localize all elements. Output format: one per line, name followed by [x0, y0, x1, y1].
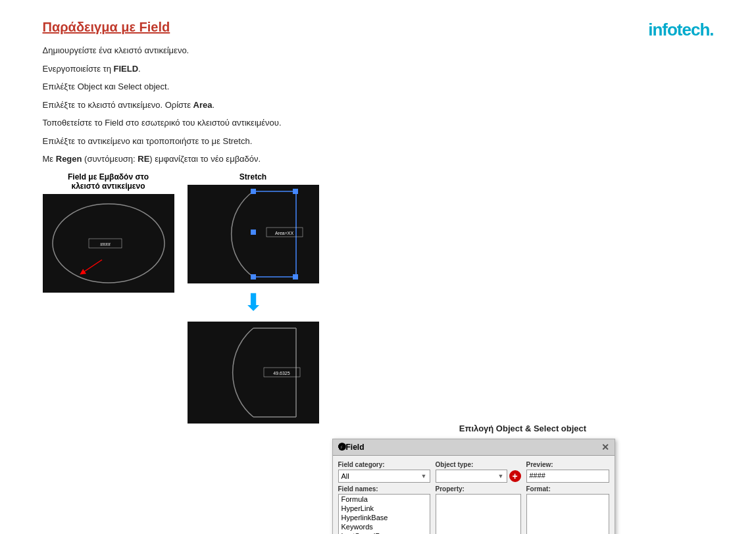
- dialog1-fieldnames-list[interactable]: Formula HyperLink HyperlinkBase Keywords…: [338, 494, 430, 535]
- svg-line-3: [82, 260, 102, 273]
- dialog1-fieldnames-label: Field names:: [338, 485, 430, 493]
- dialog1-preview-label: Preview:: [526, 461, 609, 468]
- dialog1-objecttype-label: Object type:: [436, 461, 521, 468]
- para-4: Επιλέξτε το κλειστό αντικείμενο. Ορίστε …: [43, 99, 345, 112]
- list-item[interactable]: Keywords: [339, 522, 430, 531]
- field-dialog-1: 🅐 Field ✕ Field category: All ▼: [332, 439, 615, 535]
- svg-rect-12: [251, 274, 256, 279]
- section1-title: Επιλογή Object & Select object: [332, 424, 714, 433]
- dialog1-format-label: Format:: [526, 485, 609, 493]
- para-2: Ενεργοποιείστε τη FIELD.: [43, 62, 345, 76]
- svg-rect-11: [251, 189, 256, 194]
- image1-container: Field με Εμβαδόν στοκλειστό αντικείμενο …: [43, 172, 174, 293]
- dialog1-property-list[interactable]: [436, 494, 521, 535]
- list-item[interactable]: Formula: [339, 495, 430, 504]
- cad-image-1: ####: [43, 194, 174, 293]
- svg-text:49.6325: 49.6325: [273, 371, 290, 376]
- para-5: Τοποθετείστε το Field στο εσωτερικό του …: [43, 116, 345, 130]
- dialog1-property-label: Property:: [436, 485, 521, 493]
- image1-label: Field με Εμβαδόν στοκλειστό αντικείμενο: [43, 172, 174, 191]
- list-item[interactable]: LastSavedBy: [339, 531, 430, 535]
- stretch-label: Stretch: [239, 172, 266, 182]
- svg-rect-13: [251, 230, 256, 235]
- select-object-button[interactable]: +: [509, 470, 521, 482]
- cad-image-after: 49.6325: [188, 322, 319, 424]
- dialog1-right: Preview: #### Format:: [526, 461, 609, 535]
- dialog1-title-icon: 🅐: [338, 443, 346, 452]
- dialog1-body: Field category: All ▼ Field names: Formu…: [333, 456, 615, 535]
- dialog1-objecttype-select[interactable]: ▼: [436, 470, 507, 483]
- svg-rect-9: [293, 189, 298, 194]
- dialog1-close-button[interactable]: ✕: [601, 442, 609, 452]
- dialog1-title-text: Field: [346, 443, 365, 452]
- dialog1-category-label: Field category:: [338, 461, 430, 468]
- list-item[interactable]: HyperLink: [339, 504, 430, 513]
- svg-text:####: ####: [100, 242, 111, 247]
- para-3: Επιλέξτε Object και Select object.: [43, 80, 345, 93]
- svg-rect-10: [293, 274, 298, 279]
- dialog1-preview-value: ####: [526, 470, 609, 483]
- images-section: Field με Εμβαδόν στοκλειστό αντικείμενο …: [43, 172, 345, 424]
- dialog1-category-select[interactable]: All ▼: [338, 470, 430, 483]
- para-7: Με Regen (συντόμευση: RE) εμφανίζεται το…: [43, 153, 345, 166]
- cad-image-stretch: Area=XX: [188, 185, 319, 283]
- list-item[interactable]: HyperlinkBase: [339, 513, 430, 522]
- chevron-down-icon: ▼: [421, 473, 427, 479]
- right-column: Επιλογή Object & Select object 🅐 Field ✕…: [332, 424, 714, 535]
- page-title: Παράδειγμα με Field: [43, 20, 714, 35]
- dialog1-left: Field category: All ▼ Field names: Formu…: [338, 461, 430, 535]
- left-column: Δημιουργείστε ένα κλειστό αντικείμενο. Ε…: [43, 44, 345, 424]
- dialog1-mid: Object type: ▼ + Property:: [436, 461, 521, 535]
- para-6: Επιλέξτε το αντικείμενο και τροποποιήστε…: [43, 135, 345, 148]
- infotech-logo: infotech.: [648, 20, 713, 40]
- chevron-down-icon: ▼: [498, 473, 504, 479]
- svg-text:Area=XX: Area=XX: [274, 231, 293, 235]
- dialog1-titlebar: 🅐 Field ✕: [333, 439, 615, 456]
- para-1: Δημιουργείστε ένα κλειστό αντικείμενο.: [43, 44, 345, 57]
- dialog1-format-list[interactable]: [526, 494, 609, 535]
- down-arrow-icon: ⬇: [243, 289, 263, 316]
- stretch-section: Stretch Area=XX: [188, 172, 319, 424]
